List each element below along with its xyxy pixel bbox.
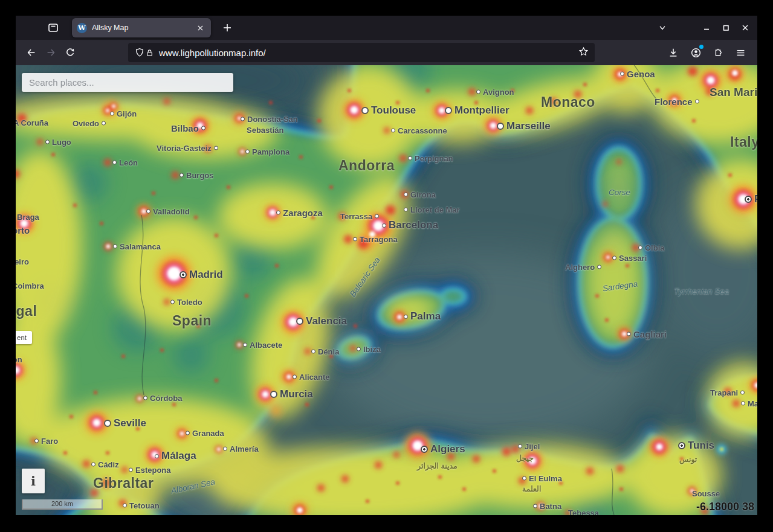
map-label-text: Pamplona xyxy=(252,147,289,156)
city-marker xyxy=(421,446,428,453)
map-label-text: Granada xyxy=(192,429,224,438)
map-label-text: Albacete xyxy=(250,341,282,350)
map-label: Trapani xyxy=(710,388,745,397)
map-viewport[interactable]: A Coruña Gijón Oviedo Lugo Bilbao Donost… xyxy=(16,65,757,515)
map-label: Gijón xyxy=(110,109,137,118)
city-marker xyxy=(170,300,175,304)
lock-icon xyxy=(145,48,154,57)
city-marker xyxy=(112,161,117,165)
info-button[interactable]: i xyxy=(22,469,45,493)
browser-tab[interactable]: W Allsky Map xyxy=(72,18,211,37)
map-label-text: Barcelona xyxy=(389,219,438,231)
map-label: العلمة xyxy=(522,484,541,493)
map-label-text: Cagliari xyxy=(633,329,667,339)
forward-button[interactable] xyxy=(41,43,60,62)
map-label: Gibraltar xyxy=(93,475,154,492)
map-label: Alicante xyxy=(293,373,330,382)
city-marker xyxy=(276,211,280,215)
tab-bar: W Allsky Map xyxy=(16,16,757,40)
map-label: Lloret de Mar xyxy=(404,205,460,214)
map-label-text: العلمة xyxy=(522,484,541,493)
city-marker xyxy=(146,210,150,214)
map-label: Toledo xyxy=(170,298,202,307)
reload-button[interactable] xyxy=(60,43,80,62)
map-label-text: León xyxy=(119,158,138,167)
map-label: Avignon xyxy=(476,88,514,97)
tab-title: Allsky Map xyxy=(92,24,194,32)
map-label: Barcelona xyxy=(382,219,438,231)
city-marker xyxy=(497,123,504,130)
downloads-button[interactable] xyxy=(664,43,683,62)
firefox-view-button[interactable] xyxy=(44,19,62,37)
map-label-text: Bilbao xyxy=(171,123,199,133)
map-label-text: Donostia-San xyxy=(247,115,298,124)
back-button[interactable] xyxy=(22,43,41,62)
map-label: San Marino xyxy=(710,86,757,99)
map-label-text: Valencia xyxy=(306,315,347,327)
map-label: León xyxy=(112,158,138,167)
map-label-text: Córdoba xyxy=(150,394,182,403)
extensions-button[interactable] xyxy=(708,43,728,62)
map-label: A Coruña xyxy=(16,118,48,127)
search-input[interactable] xyxy=(22,73,233,92)
city-marker xyxy=(408,156,412,161)
coordinates-readout: -6.18000 38 xyxy=(696,501,754,513)
map-label-text: Seville xyxy=(114,417,146,429)
city-marker xyxy=(180,173,184,178)
maximize-button[interactable] xyxy=(717,19,734,36)
map-label: Tetouan xyxy=(123,501,160,510)
city-marker xyxy=(357,347,361,351)
tab-close-button[interactable] xyxy=(194,22,206,34)
map-label: Monaco xyxy=(541,94,595,111)
city-marker xyxy=(375,214,379,219)
reload-icon xyxy=(65,47,76,58)
map-label-text: Palma xyxy=(410,310,441,322)
map-label: Genoa xyxy=(620,69,655,79)
city-marker xyxy=(293,375,297,379)
map-label-text: Montpellier xyxy=(454,104,509,117)
list-all-tabs-button[interactable] xyxy=(653,19,671,37)
map-label: Montpellier xyxy=(445,104,509,117)
scale-bar: 200 km xyxy=(22,499,103,510)
map-label: El Eulma xyxy=(522,474,562,483)
map-label-text: El Eulma xyxy=(529,474,562,483)
map-label-text: Sassari xyxy=(619,254,647,263)
new-tab-button[interactable] xyxy=(218,19,236,37)
map-label: Lugo xyxy=(45,138,71,147)
plus-icon xyxy=(223,24,231,32)
close-window-button[interactable] xyxy=(737,19,754,36)
clipped-control[interactable]: ent xyxy=(16,331,32,344)
menu-button[interactable] xyxy=(731,43,750,62)
close-icon xyxy=(741,24,749,32)
map-label: Tunis xyxy=(678,440,714,452)
map-label-text: Carcassonne xyxy=(398,126,447,135)
map-label-text: Zaragoza xyxy=(283,208,323,218)
map-label-text: Almería xyxy=(230,444,259,453)
city-marker xyxy=(113,245,117,249)
map-label-text: Ibiza xyxy=(363,345,381,354)
city-marker xyxy=(186,431,190,435)
map-label: Albacete xyxy=(243,341,282,350)
map-label-text: Tarragona xyxy=(360,235,398,244)
window-controls xyxy=(698,19,754,36)
city-marker xyxy=(627,332,631,336)
url-bar[interactable]: www.lighpollutionmap.info/ xyxy=(128,43,595,62)
map-label: Perpignan xyxy=(408,154,453,163)
account-button[interactable] xyxy=(686,43,705,62)
minimize-button[interactable] xyxy=(698,19,715,36)
map-label: Valencia xyxy=(296,315,347,327)
map-label: Olbia xyxy=(638,243,665,252)
map-label-text: Andorra xyxy=(338,158,395,174)
city-marker xyxy=(404,193,408,197)
forward-arrow-icon xyxy=(45,47,56,58)
map-label: Florence xyxy=(655,97,699,107)
city-marker xyxy=(180,271,187,278)
map-label: Donostia-San xyxy=(241,115,298,124)
city-marker xyxy=(382,223,386,228)
bookmark-star-button[interactable] xyxy=(578,46,589,59)
city-marker xyxy=(243,343,247,347)
map-label-text: Valladolid xyxy=(153,207,190,216)
map-label: Estepona xyxy=(129,466,171,475)
map-label-text: Florence xyxy=(655,97,693,107)
city-marker xyxy=(476,90,480,94)
